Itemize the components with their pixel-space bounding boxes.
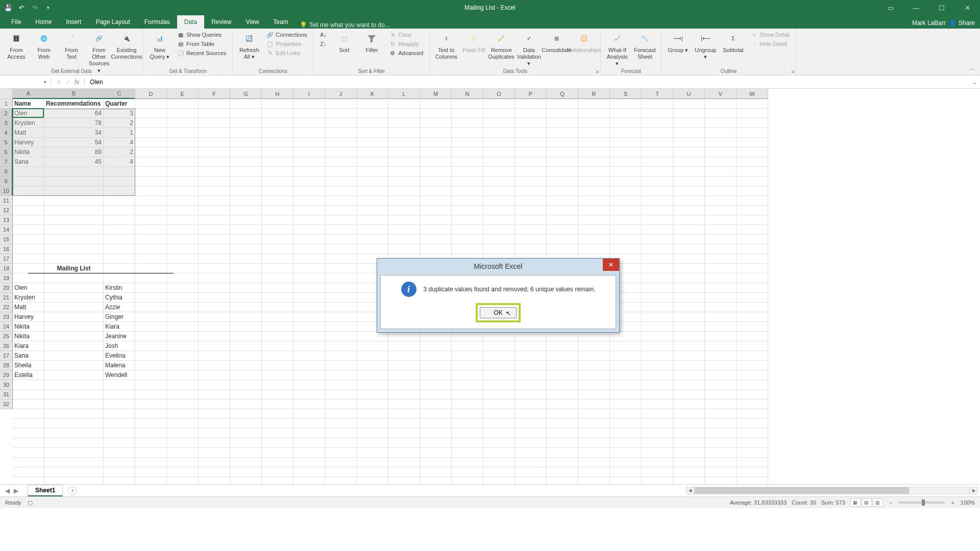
zoom-slider[interactable]: [899, 502, 945, 504]
row-header-11[interactable]: 11: [0, 196, 13, 206]
cell-B4[interactable]: 34: [44, 128, 104, 138]
tab-data[interactable]: Data: [177, 15, 204, 29]
row-header-29[interactable]: 29: [0, 370, 13, 380]
from-table-button[interactable]: ▤From Table: [175, 40, 228, 48]
reapply-button[interactable]: ↻Reapply: [387, 40, 425, 48]
data-validation-button[interactable]: ✓Data Validation ▾: [517, 31, 541, 68]
tab-review[interactable]: Review: [204, 15, 238, 29]
fx-icon[interactable]: fx: [75, 79, 79, 86]
row-header-26[interactable]: 26: [0, 341, 13, 351]
cell-C6[interactable]: 2: [104, 147, 135, 157]
row-header-3[interactable]: 3: [0, 118, 13, 128]
row-header-24[interactable]: 24: [0, 322, 13, 332]
cell-C25[interactable]: Jeanine: [104, 332, 135, 341]
row-header-32[interactable]: 32: [0, 399, 13, 409]
col-header-C[interactable]: C: [104, 89, 135, 99]
cell-A24[interactable]: Nikita: [13, 322, 44, 332]
cell-C22[interactable]: Azzie: [104, 303, 135, 312]
col-header-J[interactable]: J: [325, 89, 357, 99]
text-to-columns-button[interactable]: ⫴Text to Columns: [434, 31, 458, 61]
cell-A4[interactable]: Matt: [13, 128, 44, 138]
col-header-R[interactable]: R: [578, 89, 610, 99]
qat-dropdown-icon[interactable]: ▾: [44, 4, 52, 12]
cell-C4[interactable]: 1: [104, 128, 135, 138]
tab-file[interactable]: File: [4, 15, 28, 29]
row-header-28[interactable]: 28: [0, 361, 13, 370]
undo-icon[interactable]: ↶: [17, 4, 26, 12]
cell-B5[interactable]: 54: [44, 138, 104, 147]
col-header-W[interactable]: W: [737, 89, 768, 99]
dialog-close-button[interactable]: ✕: [603, 259, 619, 271]
row-header-13[interactable]: 13: [0, 215, 13, 225]
from-web-button[interactable]: 🌐From Web: [32, 31, 56, 61]
cell-B6[interactable]: 89: [44, 147, 104, 157]
col-header-O[interactable]: O: [483, 89, 515, 99]
ribbon-display-icon[interactable]: ▭: [883, 4, 898, 12]
from-text-button[interactable]: 📄From Text: [59, 31, 84, 61]
macro-record-icon[interactable]: ▢: [28, 499, 33, 506]
maximize-icon[interactable]: ☐: [934, 4, 949, 12]
sort-button[interactable]: ⬚Sort: [332, 31, 356, 55]
col-header-K[interactable]: K: [357, 89, 388, 99]
ok-button[interactable]: OK ↖: [480, 307, 517, 318]
user-name[interactable]: Mark LaBarr: [912, 19, 946, 27]
cell-C20[interactable]: Kirstin: [104, 283, 135, 293]
cell-A5[interactable]: Harvey: [13, 138, 44, 147]
group-button[interactable]: ⟶|Group ▾: [666, 31, 690, 55]
col-header-V[interactable]: V: [705, 89, 737, 99]
close-icon[interactable]: ✕: [960, 4, 975, 12]
row-header-4[interactable]: 4: [0, 128, 13, 138]
sort-za-button[interactable]: Z↓: [317, 40, 329, 48]
col-header-N[interactable]: N: [452, 89, 483, 99]
row-header-10[interactable]: 10: [0, 186, 13, 196]
cell-A23[interactable]: Harvey: [13, 312, 44, 322]
cell-A22[interactable]: Matt: [13, 303, 44, 312]
row-header-15[interactable]: 15: [0, 235, 13, 244]
row-header-31[interactable]: 31: [0, 390, 13, 399]
cell-A20[interactable]: Olen: [13, 283, 44, 293]
col-header-M[interactable]: M: [420, 89, 452, 99]
tab-insert[interactable]: Insert: [59, 15, 88, 29]
row-header-18[interactable]: 18: [0, 264, 13, 273]
hide-detail-button[interactable]: －Hide Detail: [748, 40, 792, 48]
zoom-out-icon[interactable]: －: [888, 499, 894, 507]
clear-filter-button[interactable]: ✕Clear: [387, 31, 425, 39]
cell-C28[interactable]: Malena: [104, 361, 135, 370]
col-header-T[interactable]: T: [642, 89, 673, 99]
subtotal-button[interactable]: ΣSubtotal: [721, 31, 745, 55]
cell-C1[interactable]: Quarter: [104, 99, 135, 109]
properties-button[interactable]: 📋Properties: [264, 40, 309, 48]
whatif-button[interactable]: 📈What-If Analysis ▾: [605, 31, 629, 68]
cell-A1[interactable]: Name: [13, 99, 44, 109]
row-header-14[interactable]: 14: [0, 225, 13, 235]
from-access-button[interactable]: 🗄️From Access: [4, 31, 29, 61]
col-header-G[interactable]: G: [230, 89, 262, 99]
cell-B7[interactable]: 45: [44, 157, 104, 167]
col-header-L[interactable]: L: [388, 89, 420, 99]
row-header-8[interactable]: 8: [0, 167, 13, 177]
sheet-nav-next-icon[interactable]: ▶: [12, 486, 20, 495]
redo-icon[interactable]: ↷: [31, 4, 39, 12]
cell-B3[interactable]: 78: [44, 118, 104, 128]
ungroup-button[interactable]: |⟵Ungroup ▾: [693, 31, 718, 61]
tab-view[interactable]: View: [239, 15, 266, 29]
cell-A25[interactable]: Nikita: [13, 332, 44, 341]
new-query-button[interactable]: 📊New Query ▾: [148, 31, 172, 61]
hscroll-left-icon[interactable]: ◀: [686, 487, 694, 494]
cell-B18[interactable]: Mailing List: [44, 264, 104, 273]
row-header-17[interactable]: 17: [0, 254, 13, 264]
cell-C24[interactable]: Kiara: [104, 322, 135, 332]
remove-duplicates-button[interactable]: 🧹Remove Duplicates: [489, 31, 513, 61]
cell-A7[interactable]: Sana: [13, 157, 44, 167]
filter-button[interactable]: Filter: [359, 31, 384, 55]
sheet-tab-active[interactable]: Sheet1: [28, 485, 63, 496]
row-header-16[interactable]: 16: [0, 244, 13, 254]
row-header-1[interactable]: 1: [0, 99, 13, 109]
col-header-A[interactable]: A: [13, 89, 44, 99]
select-all-corner[interactable]: [0, 89, 13, 99]
col-header-B[interactable]: B: [44, 89, 104, 99]
cell-C3[interactable]: 2: [104, 118, 135, 128]
hscroll-track[interactable]: [694, 487, 970, 494]
col-header-I[interactable]: I: [293, 89, 325, 99]
flash-fill-button[interactable]: ⚡Flash Fill: [461, 31, 486, 55]
